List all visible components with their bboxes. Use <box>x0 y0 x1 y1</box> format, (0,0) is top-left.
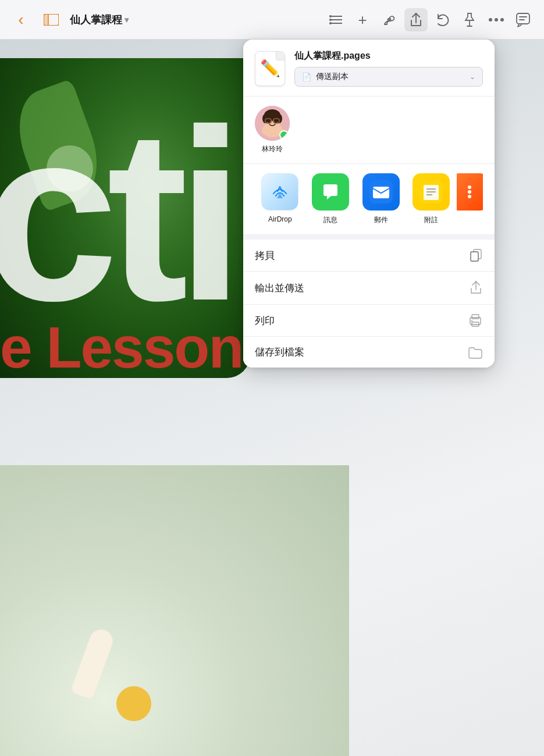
svg-point-6 <box>329 15 332 17</box>
svg-point-14 <box>500 18 504 22</box>
send-copy-label: 傳送副本 <box>316 72 349 82</box>
action-save-files-label: 儲存到檔案 <box>255 345 304 359</box>
svg-rect-45 <box>472 315 479 319</box>
notes-label: 附註 <box>424 215 438 225</box>
action-item-export[interactable]: 輸出並傳送 <box>243 272 495 305</box>
svg-point-7 <box>329 19 332 21</box>
app-item-notes[interactable]: 附註 <box>406 173 457 225</box>
mail-app-icon <box>362 173 400 211</box>
send-copy-icon: 📄 <box>302 73 311 81</box>
mail-icon <box>369 180 393 204</box>
more-app-icon <box>457 173 483 211</box>
section-divider <box>243 235 495 240</box>
title-chevron-icon: ▾ <box>125 15 129 24</box>
print-icon <box>468 313 483 327</box>
svg-point-24 <box>267 119 271 123</box>
background-lesson-text: e Lesson <box>0 314 243 381</box>
action-item-save-files[interactable]: 儲存到檔案 <box>243 337 495 368</box>
share-button[interactable] <box>404 8 428 31</box>
svg-rect-15 <box>517 13 529 24</box>
export-icon <box>469 280 483 295</box>
app-item-airdrop[interactable]: AirDrop <box>255 173 305 223</box>
edit-button[interactable] <box>378 8 401 31</box>
folder-icon <box>468 346 483 359</box>
action-item-print[interactable]: 列印 <box>243 305 495 337</box>
background-flower <box>0 465 349 756</box>
more-icon <box>459 181 480 202</box>
toolbar: ‹ 仙人掌課程 ▾ + <box>0 0 544 40</box>
action-copy-label: 拷貝 <box>255 249 275 262</box>
svg-point-29 <box>269 181 290 202</box>
airdrop-app-icon <box>261 173 298 211</box>
document-title[interactable]: 仙人掌課程 ▾ <box>70 13 129 27</box>
person-avatar-linlinglin <box>255 106 290 141</box>
file-name: 仙人掌課程.pages <box>294 50 483 62</box>
svg-point-39 <box>468 190 471 194</box>
svg-point-25 <box>274 119 278 123</box>
send-copy-button[interactable]: 📄 傳送副本 ⌄ <box>294 67 483 87</box>
svg-point-12 <box>489 18 492 22</box>
back-button[interactable]: ‹ <box>9 8 33 31</box>
pin-button[interactable] <box>458 8 481 31</box>
svg-point-13 <box>495 18 498 22</box>
more-button[interactable] <box>485 8 508 31</box>
messages-icon <box>319 180 342 204</box>
svg-rect-34 <box>424 185 439 200</box>
app-item-messages[interactable]: 訊息 <box>305 173 356 225</box>
app-item-more[interactable] <box>457 173 483 211</box>
person-item-linlinglin[interactable]: 林玲玲 <box>255 106 290 154</box>
apps-row: AirDrop 訊息 郵件 <box>243 164 495 235</box>
action-list: 拷貝 輸出並傳送 列印 <box>243 240 495 368</box>
copy-icon <box>469 248 483 262</box>
svg-point-40 <box>468 195 471 198</box>
pages-icon: ✏️ <box>260 59 280 78</box>
messages-app-icon <box>312 173 349 211</box>
add-button[interactable]: + <box>351 8 374 31</box>
toolbar-left: ‹ 仙人掌課程 ▾ <box>9 8 319 31</box>
action-export-label: 輸出並傳送 <box>255 281 304 295</box>
list-view-button[interactable] <box>324 8 347 31</box>
notes-app-icon <box>413 173 450 211</box>
messages-label: 訊息 <box>323 215 337 225</box>
send-copy-chevron-icon: ⌄ <box>470 73 475 81</box>
airdrop-icon <box>269 181 291 203</box>
toolbar-right: + <box>324 8 535 31</box>
svg-point-38 <box>468 186 471 189</box>
airdrop-label: AirDrop <box>268 215 292 223</box>
mail-label: 郵件 <box>374 215 388 225</box>
background-cti-text: cti <box>0 93 233 337</box>
svg-rect-1 <box>44 14 48 26</box>
svg-rect-42 <box>471 252 478 261</box>
action-print-label: 列印 <box>255 314 275 327</box>
comment-button[interactable] <box>511 8 535 31</box>
undo-button[interactable] <box>431 8 454 31</box>
sidebar-toggle-button[interactable] <box>40 8 63 31</box>
svg-point-47 <box>471 320 473 322</box>
notes-icon <box>419 180 443 204</box>
person-name: 林玲玲 <box>262 144 283 154</box>
svg-point-8 <box>329 22 332 24</box>
share-panel: ✏️ 仙人掌課程.pages 📄 傳送副本 ⌄ <box>243 40 495 368</box>
file-icon: ✏️ <box>255 51 285 86</box>
people-row: 林玲玲 <box>243 97 495 164</box>
file-info: 仙人掌課程.pages 📄 傳送副本 ⌄ <box>294 50 483 87</box>
person-online-badge <box>279 130 289 140</box>
app-item-mail[interactable]: 郵件 <box>355 173 406 225</box>
action-item-copy[interactable]: 拷貝 <box>243 240 495 272</box>
panel-header: ✏️ 仙人掌課程.pages 📄 傳送副本 ⌄ <box>243 40 495 97</box>
